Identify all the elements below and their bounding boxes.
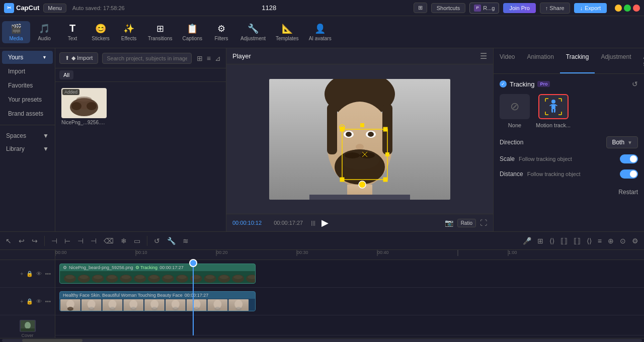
tool-text[interactable]: T Text xyxy=(58,21,87,43)
track-add-button[interactable]: + xyxy=(20,271,23,277)
tab-animation[interactable]: Animation xyxy=(521,48,559,73)
sidebar-item-favorites[interactable]: Favorites xyxy=(2,79,53,92)
delete-button[interactable]: ⌫ xyxy=(102,235,115,246)
redo-button[interactable]: ↪ xyxy=(30,235,39,246)
svg-point-75 xyxy=(219,275,228,279)
tracking-option-none[interactable]: ⊘ None xyxy=(500,94,530,128)
tab-adjustment[interactable]: Adjustment xyxy=(595,48,637,73)
ripple-button[interactable]: ⟦⟧ xyxy=(572,235,582,246)
tab-all[interactable]: All xyxy=(59,70,73,79)
main-track-more-button[interactable]: ••• xyxy=(45,298,51,304)
add-track-button[interactable]: ⊕ xyxy=(606,235,615,246)
track-eye-button[interactable]: 👁 xyxy=(36,271,42,277)
search-input[interactable] xyxy=(102,53,192,64)
undo-button[interactable]: ↩ xyxy=(17,235,26,246)
scale-sub: Follow tracking object xyxy=(519,156,620,162)
tab-video[interactable]: Video xyxy=(494,48,521,73)
tracking-checkbox[interactable]: ✓ xyxy=(500,80,507,88)
svg-point-13 xyxy=(346,132,352,137)
tool-stickers[interactable]: 😊 Stickers xyxy=(87,21,115,43)
timeline-scrollbar[interactable] xyxy=(0,338,644,342)
ai-tool-button[interactable]: ≋ xyxy=(181,235,190,246)
tab-tracking[interactable]: Tracking xyxy=(560,48,595,73)
overlay-tracking-tag: ⚙ Tracking xyxy=(135,265,158,270)
menu-button[interactable]: Menu xyxy=(43,4,66,13)
merge-button[interactable]: ⟦⟧ xyxy=(559,235,569,246)
tool-transitions[interactable]: ⊞ Transitions xyxy=(143,21,178,43)
minimize-button[interactable] xyxy=(615,5,622,12)
import-button[interactable]: ⬆ ◆ Import xyxy=(59,52,98,64)
sidebar-item-brand-assets[interactable]: Brand assets xyxy=(2,107,53,120)
storyboard-button[interactable]: ⊞ xyxy=(536,235,545,246)
overlay-clip[interactable]: ⚙ NicePng_beard-png_59256.png ⚙ Tracking… xyxy=(59,264,256,284)
svg-point-86 xyxy=(89,307,95,311)
shortcuts-button[interactable]: Shortcuts xyxy=(431,3,465,13)
media-item-beard[interactable]: Added NicePng_...9256.png xyxy=(61,88,107,125)
player-menu-button[interactable]: ☰ xyxy=(480,51,487,61)
track-more-button[interactable]: ••• xyxy=(45,271,51,277)
split-button[interactable]: ⊣ xyxy=(50,235,59,246)
trim-end-button[interactable]: ⊣ xyxy=(76,235,85,246)
screenshot-button[interactable]: 📷 xyxy=(445,219,453,227)
track-lock-button[interactable]: 🔒 xyxy=(26,271,33,277)
export-button[interactable]: ↓ Export xyxy=(574,3,607,13)
sidebar-item-yours[interactable]: Yours ▼ xyxy=(2,51,53,64)
player-header: Player ☰ xyxy=(226,48,493,64)
yours-label: Yours xyxy=(8,54,23,61)
sidebar-item-library[interactable]: Library ▼ xyxy=(0,142,55,155)
fullscreen-button[interactable]: ⛶ xyxy=(480,219,487,227)
direction-dropdown[interactable]: Both ▼ xyxy=(606,136,638,148)
sort-button[interactable]: ⊿ xyxy=(214,53,222,63)
tool-effects[interactable]: ✨ Effects xyxy=(115,21,143,43)
svg-rect-39 xyxy=(551,109,553,113)
magnet-button[interactable]: ≡ xyxy=(596,235,603,246)
list-view-button[interactable]: ≡ xyxy=(206,53,212,63)
svg-point-71 xyxy=(192,275,201,279)
tool-templates[interactable]: 📐 Templates xyxy=(271,21,304,43)
crop-button[interactable]: 🔧 xyxy=(166,235,177,246)
clip-header-main: Healthy Face Skin. Beautiful Woman Touch… xyxy=(60,292,255,299)
maximize-button[interactable] xyxy=(624,5,631,12)
scroll-thumb[interactable] xyxy=(22,339,83,342)
mic-button[interactable]: 🎤 xyxy=(521,235,533,246)
scale-toggle[interactable] xyxy=(620,154,638,163)
main-track-eye-button[interactable]: 👁 xyxy=(36,298,42,304)
play-button[interactable]: ▶ xyxy=(321,217,329,228)
freeze-button[interactable]: ❄ xyxy=(119,235,128,246)
main-video-clip[interactable]: Healthy Face Skin. Beautiful Woman Touch… xyxy=(59,291,256,311)
distance-toggle[interactable] xyxy=(620,169,638,179)
tool-audio[interactable]: 🎵 Audio xyxy=(30,21,58,43)
join-pro-button[interactable]: Join Pro xyxy=(503,3,535,13)
grid-view-button[interactable]: ⊞ xyxy=(196,53,204,63)
sidebar-item-import[interactable]: Import xyxy=(2,65,53,78)
restart-button[interactable]: Restart xyxy=(618,189,638,196)
share-button[interactable]: ↑ Share xyxy=(540,3,570,14)
tool-media[interactable]: 🎬 Media xyxy=(2,21,30,43)
sidebar-item-your-presets[interactable]: Your presets xyxy=(2,93,53,106)
connection-button[interactable]: ⟨⟩ xyxy=(548,235,556,246)
reset-tracking-button[interactable]: ↺ xyxy=(632,80,638,88)
loop-button[interactable]: ↺ xyxy=(152,235,162,246)
tool-filters[interactable]: ⚙ Filters xyxy=(207,21,235,43)
zoom-button[interactable]: ⊙ xyxy=(618,235,627,246)
tool-adjustment[interactable]: 🔧 Adjustment xyxy=(235,21,271,43)
main-track-lock-button[interactable]: 🔒 xyxy=(26,298,33,305)
close-button[interactable] xyxy=(633,5,640,12)
timeline-ruler: 00:00 00:10 00:20 00:30 00:40 1:00 xyxy=(55,250,644,260)
tab-ai-style[interactable]: AI style xyxy=(637,48,644,73)
transform-button[interactable]: ▭ xyxy=(132,235,142,246)
trim-start-button[interactable]: ⊢ xyxy=(63,235,72,246)
link-button[interactable]: ⟨⟩ xyxy=(585,235,593,246)
audio-icon: 🎵 xyxy=(39,23,50,34)
ratio-button[interactable]: Ratio xyxy=(457,219,476,227)
settings-button[interactable]: ⚙ xyxy=(630,235,640,246)
tool-captions[interactable]: 📋 Captions xyxy=(178,21,207,43)
tool-ai-avatars[interactable]: 👤 AI avatars xyxy=(304,21,337,43)
player-area: Player ☰ xyxy=(226,48,493,231)
tracking-option-motion[interactable]: Motion track... xyxy=(536,94,571,128)
sidebar-item-spaces[interactable]: Spaces ▼ xyxy=(0,129,55,142)
screen-layout-button[interactable]: ⊞ xyxy=(414,3,427,13)
ripple-trim-button[interactable]: ⊣ xyxy=(89,235,98,246)
select-tool-button[interactable]: ↖ xyxy=(4,235,13,246)
main-track-add-button[interactable]: + xyxy=(20,298,23,304)
